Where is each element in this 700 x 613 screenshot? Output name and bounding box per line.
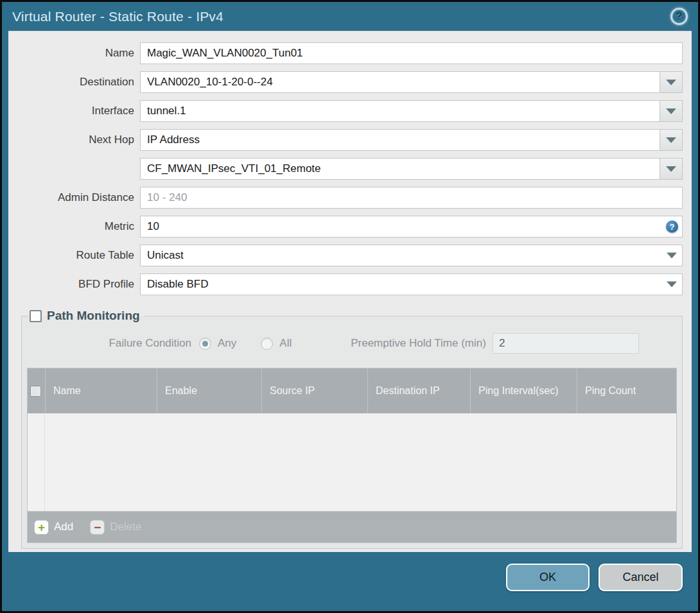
column-divider (44, 413, 45, 511)
delete-button[interactable]: − Delete (90, 520, 141, 535)
table-body-empty (28, 413, 676, 511)
next-hop-row: Next Hop (8, 129, 683, 151)
interface-input[interactable] (140, 100, 660, 122)
static-route-dialog: Virtual Router - Static Route - IPv4 ? N… (0, 0, 700, 613)
ok-button[interactable]: OK (506, 564, 590, 591)
admin-distance-input[interactable] (140, 187, 683, 209)
failure-condition-any-radio[interactable] (199, 338, 211, 350)
failure-condition-all-radio[interactable] (261, 338, 273, 350)
bfd-profile-row: BFD Profile (8, 273, 683, 295)
destination-dropdown-button[interactable] (660, 71, 683, 93)
bfd-profile-select[interactable] (140, 273, 683, 295)
path-monitoring-title: Path Monitoring (47, 309, 140, 323)
metric-input[interactable] (140, 216, 683, 237)
chevron-down-icon (666, 80, 676, 85)
path-monitoring-table: Name Enable Source IP Destination IP Pin… (27, 368, 677, 543)
preemptive-hold-time-label: Preemptive Hold Time (min) (351, 337, 493, 350)
name-row: Name (8, 42, 683, 64)
column-header-source-ip: Source IP (261, 368, 367, 413)
next-hop-address-row (8, 158, 683, 180)
chevron-down-icon (666, 137, 676, 143)
route-table-row: Route Table (8, 245, 683, 266)
next-hop-address-dropdown-button[interactable] (660, 158, 683, 180)
route-table-select[interactable] (140, 245, 683, 266)
column-header-ping-interval: Ping Interval(sec) (470, 368, 577, 413)
admin-distance-label: Admin Distance (8, 191, 140, 204)
interface-row: Interface (8, 100, 683, 122)
interface-dropdown-button[interactable] (660, 100, 683, 122)
metric-row: Metric ? (8, 216, 683, 237)
column-header-ping-count: Ping Count (577, 368, 676, 413)
next-hop-type-input[interactable] (140, 129, 660, 151)
dialog-footer: OK Cancel (2, 552, 698, 611)
cancel-button[interactable]: Cancel (599, 564, 683, 591)
destination-input[interactable] (140, 71, 660, 93)
chevron-down-icon (666, 108, 676, 114)
column-header-destination-ip: Destination IP (367, 368, 470, 413)
next-hop-address-input[interactable] (140, 158, 660, 180)
select-all-checkbox[interactable] (30, 386, 41, 397)
destination-row: Destination (8, 71, 683, 93)
chevron-down-icon (666, 166, 676, 172)
interface-label: Interface (8, 105, 140, 117)
select-all-cell (28, 368, 45, 413)
path-monitoring-legend: Path Monitoring (28, 309, 144, 323)
failure-condition-all-label[interactable]: All (279, 337, 292, 350)
plus-icon: + (34, 520, 49, 535)
preemptive-hold-time-input[interactable] (493, 333, 639, 354)
next-hop-label: Next Hop (8, 134, 140, 146)
admin-distance-row: Admin Distance (8, 187, 683, 209)
path-monitoring-checkbox[interactable] (30, 310, 42, 322)
name-label: Name (8, 47, 140, 60)
bfd-profile-label: BFD Profile (8, 278, 140, 291)
route-table-chevron-down-icon[interactable] (667, 253, 677, 259)
route-table-label: Route Table (8, 249, 140, 262)
bfd-profile-chevron-down-icon[interactable] (667, 282, 677, 288)
failure-condition-label: Failure Condition (27, 337, 199, 350)
table-toolbar: + Add − Delete (28, 511, 676, 542)
table-header: Name Enable Source IP Destination IP Pin… (28, 368, 676, 413)
add-button[interactable]: + Add (34, 520, 73, 535)
path-monitoring-section: Path Monitoring Failure Condition Any Al… (21, 309, 683, 549)
failure-condition-any-label[interactable]: Any (218, 337, 236, 350)
dialog-content: Name Destination Interface (8, 31, 692, 552)
delete-button-label: Delete (110, 521, 141, 533)
dialog-title: Virtual Router - Static Route - IPv4 (12, 9, 223, 24)
add-button-label: Add (54, 521, 73, 533)
column-header-name: Name (45, 368, 157, 413)
metric-help-icon[interactable]: ? (666, 221, 678, 233)
name-input[interactable] (140, 42, 683, 64)
next-hop-type-dropdown-button[interactable] (660, 129, 683, 151)
dialog-titlebar: Virtual Router - Static Route - IPv4 ? (2, 2, 698, 31)
minus-icon: − (90, 520, 105, 535)
column-header-enable: Enable (157, 368, 261, 413)
failure-condition-row: Failure Condition Any All Preemptive Hol… (27, 333, 677, 354)
destination-label: Destination (8, 76, 140, 89)
metric-label: Metric (8, 220, 140, 233)
help-icon[interactable]: ? (670, 8, 688, 25)
